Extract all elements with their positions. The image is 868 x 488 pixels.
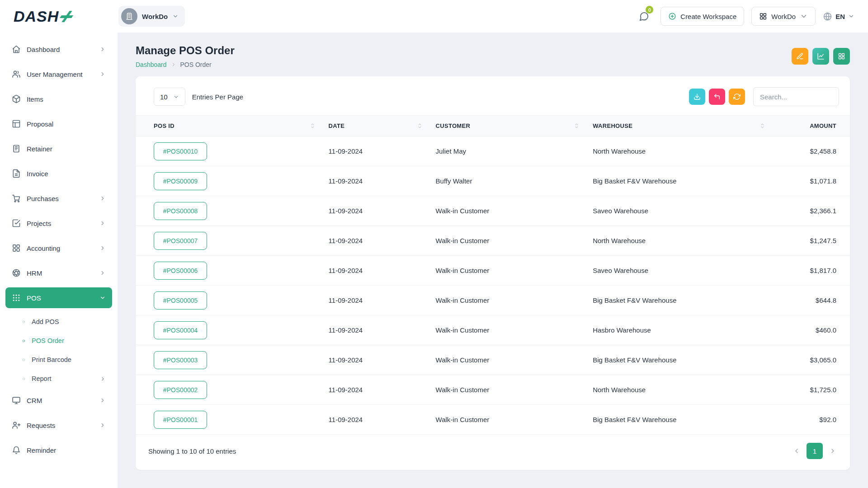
warehouse-cell: Hasbro Warehouse [593, 315, 778, 345]
column-header-pos-id[interactable]: POS ID [136, 116, 329, 136]
pos-id-link[interactable]: #POS00009 [154, 172, 207, 190]
column-header-amount[interactable]: AMOUNT [778, 116, 850, 136]
sidebar-subitem-add-pos[interactable]: Add POS [5, 312, 112, 331]
chevron-right-icon [99, 397, 106, 404]
table-row: #POS0000311-09-2024Walk-in CustomerBig B… [136, 345, 850, 375]
chevron-down-icon [800, 12, 808, 20]
table-controls: 10 Entries Per Page [136, 76, 850, 115]
sidebar-subitem-report[interactable]: Report [5, 369, 112, 388]
sidebar-item-projects[interactable]: Projects [5, 213, 112, 234]
grid-view-button[interactable] [833, 48, 850, 65]
sidebar-item-crm[interactable]: CRM [5, 390, 112, 411]
sort-icon [416, 122, 423, 129]
create-workspace-button[interactable]: Create Workspace [660, 7, 744, 26]
dash-logo[interactable]: DASH [14, 8, 72, 25]
sidebar-submenu-pos: Add POSPOS OrderPrint BarcodeReport [5, 312, 112, 390]
date-cell: 11-09-2024 [329, 345, 436, 375]
language-selector[interactable]: EN [823, 12, 854, 21]
customer-cell: Walk-in Customer [436, 315, 593, 345]
sidebar-item-user-management[interactable]: User Management [5, 64, 112, 84]
top-header: DASH WorkDo 0 Create Workspace WorkDo EN [0, 0, 868, 33]
sidebar-item-purchases[interactable]: Purchases [5, 188, 112, 209]
customer-cell: Walk-in Customer [436, 286, 593, 315]
pos-id-link[interactable]: #POS00003 [154, 351, 207, 369]
chevron-right-icon [100, 376, 106, 382]
bullet-icon [22, 339, 26, 343]
purchases-icon [12, 194, 21, 203]
pos-id-link[interactable]: #POS00004 [154, 321, 207, 339]
pos-order-table: POS IDDATECUSTOMERWAREHOUSEAMOUNT #POS00… [136, 115, 850, 435]
warehouse-cell: Big Basket F&V Warehouse [593, 166, 778, 196]
column-label: WAREHOUSE [593, 122, 632, 129]
pos-id-link[interactable]: #POS00006 [154, 262, 207, 280]
customer-cell: Juliet May [436, 136, 593, 166]
column-header-customer[interactable]: CUSTOMER [436, 116, 593, 136]
sidebar-item-retainer[interactable]: Retainer [5, 138, 112, 159]
column-label: DATE [329, 122, 345, 129]
date-cell: 11-09-2024 [329, 375, 436, 405]
chevron-right-icon [99, 71, 106, 77]
download-icon [693, 93, 701, 100]
breadcrumb-dashboard-link[interactable]: Dashboard [136, 61, 167, 68]
sidebar-item-accounting[interactable]: Accounting [5, 238, 112, 258]
reset-button[interactable] [709, 89, 725, 105]
warehouse-cell: Saveo Warehouse [593, 196, 778, 226]
pos-id-link[interactable]: #POS00008 [154, 202, 207, 220]
logo-area: DASH [14, 8, 118, 25]
chevron-right-icon [99, 195, 106, 202]
sidebar-subitem-print-barcode[interactable]: Print Barcode [5, 350, 112, 369]
column-header-date[interactable]: DATE [329, 116, 436, 136]
bullet-icon [22, 320, 26, 324]
date-cell: 11-09-2024 [329, 405, 436, 435]
sidebar-item-label: Proposal [27, 120, 53, 128]
column-label: CUSTOMER [436, 122, 471, 129]
warehouse-cell: North Warehouse [593, 136, 778, 166]
next-page-button[interactable] [826, 444, 840, 458]
sidebar-item-dashboard[interactable]: Dashboard [5, 39, 112, 60]
sidebar-item-proposal[interactable]: Proposal [5, 113, 112, 134]
sidebar-item-invoice[interactable]: Invoice [5, 163, 112, 184]
sidebar-item-items[interactable]: Items [5, 89, 112, 109]
app-menu-button[interactable]: WorkDo [751, 7, 816, 26]
date-cell: 11-09-2024 [329, 286, 436, 315]
sidebar-item-label: HRM [27, 269, 42, 277]
chevron-right-icon [99, 422, 106, 428]
sidebar-item-requests[interactable]: Requests [5, 415, 112, 436]
date-cell: 11-09-2024 [329, 196, 436, 226]
sidebar-item-reminder[interactable]: Reminder [5, 440, 112, 460]
sidebar-item-label: Retainer [27, 145, 52, 153]
messages-button[interactable]: 0 [634, 7, 653, 25]
column-header-warehouse[interactable]: WAREHOUSE [593, 116, 778, 136]
report-chart-button[interactable] [812, 48, 829, 65]
customer-cell: Walk-in Customer [436, 256, 593, 286]
export-button[interactable] [689, 89, 705, 105]
sidebar-nav: DashboardUser ManagementItemsProposalRet… [5, 39, 112, 460]
pos-id-link[interactable]: #POS00005 [154, 291, 207, 310]
workspace-selector[interactable]: WorkDo [118, 6, 185, 27]
edit-button[interactable] [792, 48, 808, 65]
breadcrumb: Dashboard POS Order [136, 61, 235, 68]
sidebar-item-hrm[interactable]: HRM [5, 263, 112, 283]
building-icon [125, 12, 133, 20]
entries-per-page-select[interactable]: 10 [154, 88, 185, 106]
chevron-right-icon [99, 220, 106, 226]
pos-id-link[interactable]: #POS00010 [154, 142, 207, 160]
previous-page-button[interactable] [789, 444, 804, 458]
amount-cell: $460.0 [778, 315, 850, 345]
pos-id-link[interactable]: #POS00007 [154, 232, 207, 250]
showing-entries-text: Showing 1 to 10 of 10 entries [148, 447, 236, 455]
sidebar-subitem-pos-order[interactable]: POS Order [5, 331, 112, 350]
refresh-button[interactable] [729, 89, 745, 105]
header-actions: 0 Create Workspace WorkDo EN [634, 7, 854, 26]
table-row: #POS0000611-09-2024Walk-in CustomerSaveo… [136, 256, 850, 286]
app-menu-label: WorkDo [771, 13, 796, 20]
chevron-right-icon [171, 62, 176, 67]
amount-cell: $1,725.0 [778, 375, 850, 405]
reminder-icon [12, 446, 21, 455]
pos-id-link[interactable]: #POS00002 [154, 381, 207, 399]
sidebar-item-pos[interactable]: POS [5, 287, 112, 308]
pos-id-link[interactable]: #POS00001 [154, 411, 207, 429]
sidebar-subitem-label: Report [32, 375, 52, 382]
page-number-button[interactable]: 1 [807, 443, 823, 459]
search-input[interactable] [753, 87, 839, 106]
